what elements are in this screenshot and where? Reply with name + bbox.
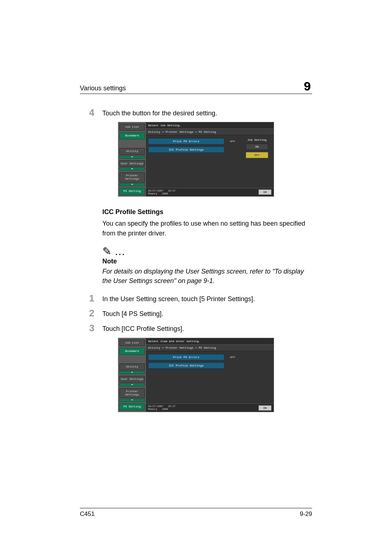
- print-ps-errors-button[interactable]: Print PS Errors: [148, 138, 224, 144]
- status-message: Select item and enter setting.: [146, 338, 274, 344]
- step-text: Touch [4 PS Setting].: [102, 308, 312, 319]
- icc-profile-settings-button[interactable]: ICC Profile Settings: [148, 362, 224, 369]
- crumb-user-settings[interactable]: User Settings: [119, 376, 145, 383]
- note-icon: ✎ …: [102, 245, 312, 258]
- step-number: 4: [80, 107, 94, 118]
- icc-profile-settings-button[interactable]: ICC Profile Settings: [148, 147, 224, 153]
- step-text: Touch the button for the desired setting…: [102, 107, 312, 118]
- step-text: In the User Setting screen, touch [5 Pri…: [102, 293, 312, 304]
- step-number: 3: [80, 323, 94, 334]
- screenshot-ps-setting-select: Job List Bookmark Utility User Settings …: [118, 338, 274, 413]
- crumb-ps-setting[interactable]: PS Setting: [119, 188, 145, 195]
- print-ps-errors-value: OFF: [226, 140, 239, 143]
- tab-job-list[interactable]: Job List: [119, 340, 145, 346]
- toggle-on[interactable]: ON: [246, 144, 268, 150]
- chapter-number: 9: [302, 80, 312, 92]
- note-text: For details on displaying the User Setti…: [102, 267, 312, 286]
- print-ps-errors-value: OFF: [226, 356, 239, 359]
- subsection-description: You can specify the profiles to use when…: [102, 219, 312, 238]
- chevron-down-icon: [119, 383, 145, 386]
- breadcrumb: Utility > Printer Settings > PS Setting: [146, 344, 274, 351]
- job-setting-label: Job Setting: [248, 138, 267, 141]
- footer-info: 02/27/2007 19:57 Memory 100%: [148, 189, 176, 195]
- tab-bookmark[interactable]: Bookmark: [119, 348, 145, 355]
- chevron-down-icon: [119, 156, 145, 159]
- chevron-down-icon: [119, 168, 145, 171]
- breadcrumb: Utility > Printer Settings > PS Setting: [146, 128, 274, 135]
- step-number: 2: [80, 308, 94, 319]
- footer-model: C451: [80, 510, 95, 518]
- step-number: 1: [80, 293, 94, 304]
- crumb-user-settings[interactable]: User Settings: [119, 160, 145, 167]
- chevron-down-icon: [119, 183, 145, 186]
- chevron-down-icon: [119, 371, 145, 374]
- toggle-off[interactable]: OFF: [246, 152, 268, 158]
- crumb-utility[interactable]: Utility: [119, 364, 145, 370]
- ok-button[interactable]: OK: [258, 189, 271, 195]
- footer-info: 02/27/2007 19:57 Memory 100%: [148, 405, 176, 411]
- note-label: Note: [102, 258, 312, 265]
- crumb-utility[interactable]: Utility: [119, 148, 145, 155]
- ok-button[interactable]: OK: [258, 405, 271, 411]
- subsection-heading: ICC Profile Settings: [102, 208, 312, 216]
- crumb-ps-setting[interactable]: PS Setting: [119, 403, 145, 410]
- section-title: Various settings: [80, 85, 126, 92]
- footer-page-number: 9-29: [300, 510, 312, 518]
- print-ps-errors-button[interactable]: Print PS Errors: [148, 354, 224, 360]
- chevron-down-icon: [119, 399, 145, 402]
- crumb-printer-settings[interactable]: Printer Settings: [119, 172, 145, 182]
- status-message: Select Job Setting.: [146, 122, 274, 128]
- step-text: Touch [ICC Profile Settings].: [102, 323, 312, 334]
- tab-bookmark[interactable]: Bookmark: [119, 132, 145, 139]
- tab-job-list[interactable]: Job List: [119, 124, 145, 131]
- crumb-printer-settings[interactable]: Printer Settings: [119, 388, 145, 398]
- screenshot-ps-setting-job: Job List Bookmark Utility User Settings …: [118, 122, 274, 197]
